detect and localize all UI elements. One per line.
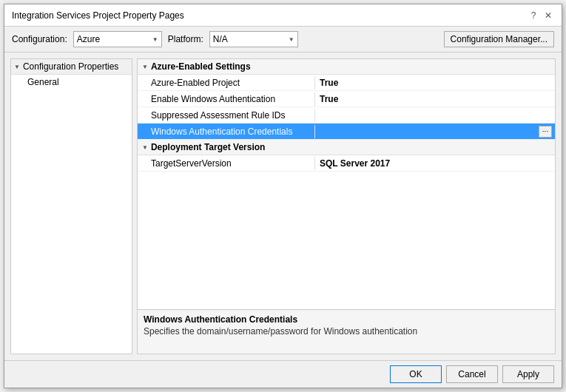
config-label: Configuration: — [12, 34, 67, 44]
close-button[interactable]: ✕ — [542, 10, 554, 21]
section-header-deployment[interactable]: ▼ Deployment Target Version — [138, 140, 555, 155]
prop-value-windows-auth: True — [315, 92, 555, 106]
prop-name-windows-auth: Enable Windows Authentication — [138, 92, 315, 106]
table-row[interactable]: Windows Authentication Credentials ··· — [138, 124, 555, 140]
table-row: TargetServerVersion SQL Server 2017 — [138, 155, 555, 172]
dialog-title: Integration Services Project Property Pa… — [12, 10, 184, 21]
section-collapse-icon-deployment: ▼ — [142, 144, 148, 151]
right-panel: ▼ Azure-Enabled Settings Azure-Enabled P… — [137, 58, 556, 354]
config-bar: Configuration: Azure Platform: N/A Confi… — [4, 27, 562, 53]
section-header-azure[interactable]: ▼ Azure-Enabled Settings — [138, 59, 555, 75]
description-panel: Windows Authentication Credentials Speci… — [138, 309, 555, 354]
platform-select-wrapper: N/A — [209, 31, 298, 47]
ok-button[interactable]: OK — [390, 365, 442, 383]
tree-header[interactable]: ▼ Configuration Properties — [11, 59, 132, 75]
section-collapse-icon-azure: ▼ — [142, 64, 148, 70]
prop-value-azure-enabled: True — [315, 76, 555, 89]
main-content: ▼ Configuration Properties General ▼ Azu… — [4, 53, 562, 360]
edit-credentials-button[interactable]: ··· — [539, 126, 552, 138]
platform-label: Platform: — [168, 34, 203, 44]
sidebar-item-general[interactable]: General — [11, 75, 132, 89]
footer: OK Cancel Apply — [4, 360, 562, 388]
property-table: ▼ Azure-Enabled Settings Azure-Enabled P… — [138, 59, 555, 309]
section-title-deployment: Deployment Target Version — [151, 142, 265, 152]
title-bar: Integration Services Project Property Pa… — [4, 4, 562, 27]
apply-button[interactable]: Apply — [502, 365, 554, 383]
config-select-wrapper: Azure — [73, 31, 162, 47]
cancel-button[interactable]: Cancel — [446, 365, 498, 383]
left-panel: ▼ Configuration Properties General — [10, 58, 132, 354]
prop-value-win-auth-creds: ··· — [315, 130, 555, 133]
prop-value-target-server: SQL Server 2017 — [315, 157, 555, 170]
title-bar-buttons: ? ✕ — [528, 10, 554, 21]
description-text: Specifies the domain/username/password f… — [144, 326, 549, 337]
table-row: Azure-Enabled Project True — [138, 75, 555, 91]
help-button[interactable]: ? — [528, 10, 539, 21]
configuration-manager-button[interactable]: Configuration Manager... — [444, 31, 554, 47]
prop-value-suppressed — [315, 114, 555, 117]
platform-select[interactable]: N/A — [209, 31, 298, 47]
prop-name-target-server: TargetServerVersion — [138, 157, 315, 170]
prop-name-azure-enabled: Azure-Enabled Project — [138, 76, 315, 89]
dialog: Integration Services Project Property Pa… — [4, 4, 562, 388]
collapse-icon: ▼ — [14, 64, 20, 70]
table-row: Suppressed Assessment Rule IDs — [138, 107, 555, 124]
section-title-azure: Azure-Enabled Settings — [151, 61, 251, 72]
table-row: Enable Windows Authentication True — [138, 91, 555, 107]
config-select[interactable]: Azure — [73, 31, 162, 47]
prop-name-win-auth-creds: Windows Authentication Credentials — [138, 125, 315, 138]
prop-name-suppressed: Suppressed Assessment Rule IDs — [138, 109, 315, 122]
tree-header-label: Configuration Properties — [23, 61, 118, 72]
description-title: Windows Authentication Credentials — [144, 314, 549, 325]
